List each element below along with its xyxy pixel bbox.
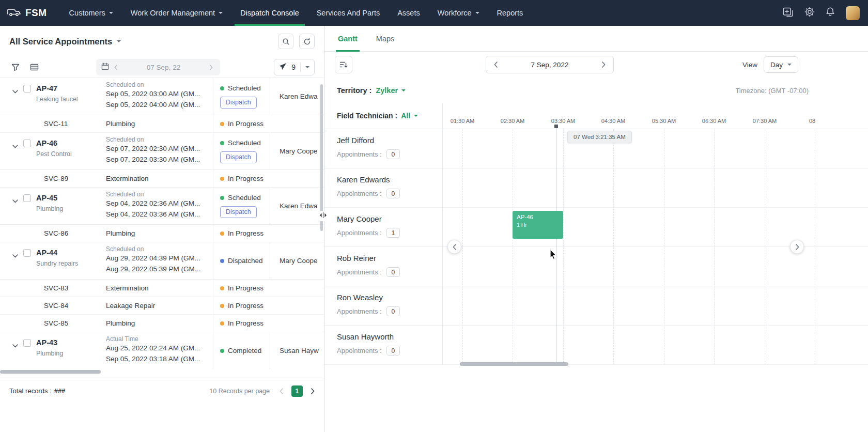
bulk-dispatch-control[interactable]: 9 <box>274 59 315 75</box>
page-prev-icon[interactable] <box>280 388 284 394</box>
status-dot <box>220 304 224 308</box>
gantt-date-label[interactable]: 7 Sep, 2022 <box>531 61 569 69</box>
row-checkbox[interactable] <box>23 140 31 147</box>
page-number[interactable]: 1 <box>291 385 303 397</box>
timezone-label: Timezone: (GMT -07:00) <box>735 87 809 95</box>
table-icon <box>30 63 39 71</box>
chevron-down-icon[interactable] <box>305 66 309 68</box>
status-label: In Progress <box>228 319 264 327</box>
list-view-title[interactable]: All Service Appointments <box>9 37 112 47</box>
nav-item-dispatch-console[interactable]: Dispatch Console <box>231 0 308 26</box>
status-dot <box>220 141 224 145</box>
chevron-down-icon <box>787 64 792 66</box>
collapse-chevron-icon[interactable] <box>12 341 18 369</box>
appointment-id[interactable]: AP-43 <box>36 338 63 347</box>
service-name: Extermination <box>106 280 213 297</box>
technician-column-divider <box>442 103 443 365</box>
brand-name: FSM <box>25 7 47 19</box>
chevron-right-icon[interactable] <box>207 65 215 70</box>
technician-filter: Field Technician : All <box>337 112 418 120</box>
sort-icon <box>339 61 348 68</box>
panel-resize-handle[interactable] <box>318 211 328 221</box>
filter-button[interactable] <box>9 61 22 73</box>
technician-rows: Jeff Difford Appointments :0 Karen Edwar… <box>324 129 868 365</box>
collapse-chevron-icon[interactable] <box>12 86 18 115</box>
row-checkbox[interactable] <box>23 249 31 257</box>
row-checkbox[interactable] <box>23 339 31 347</box>
gear-icon[interactable] <box>804 7 815 19</box>
main-nav: Customers Work Order Management Dispatch… <box>60 0 532 26</box>
scroll-right-button[interactable] <box>790 240 804 254</box>
status-label: Scheduled <box>228 139 261 147</box>
user-avatar[interactable] <box>846 6 860 20</box>
collapse-chevron-icon[interactable] <box>12 196 18 224</box>
service-name: Plumbing <box>106 225 213 242</box>
time-label: Scheduled on <box>106 191 213 198</box>
appointment-row: AP-44 Sundry repairs Scheduled on Aug 29… <box>0 242 324 280</box>
dispatch-button[interactable]: Dispatch <box>220 97 257 109</box>
dispatch-button[interactable]: Dispatch <box>220 151 257 163</box>
appointment-id[interactable]: AP-47 <box>36 84 78 92</box>
dispatch-button[interactable]: Dispatch <box>220 206 257 218</box>
nav-item-workforce[interactable]: Workforce <box>429 0 488 26</box>
list-date-label: 07 Sep, 22 <box>123 64 204 71</box>
gantt-chart: Field Technician : All 01:30 AM 02:30 AM… <box>324 103 868 432</box>
app-logo: FSM <box>0 0 60 26</box>
appointment-id[interactable]: AP-44 <box>36 249 78 257</box>
row-checkbox[interactable] <box>23 85 31 92</box>
status-label: In Progress <box>228 302 264 310</box>
chevron-down-icon[interactable] <box>117 40 121 42</box>
appointment-id[interactable]: AP-46 <box>36 139 72 147</box>
gantt-event[interactable]: AP-46 1 Hr <box>513 211 563 239</box>
bell-icon[interactable] <box>826 7 835 19</box>
refresh-button[interactable] <box>299 34 315 49</box>
dispatch-gantt-panel: Gantt Maps 7 Sep, 2022 View <box>324 26 868 432</box>
page-next-icon[interactable] <box>311 388 315 394</box>
end-time: Sep 04, 2022 03:36 AM (GM... <box>106 209 213 220</box>
time-label: Scheduled on <box>106 136 213 143</box>
tab-maps[interactable]: Maps <box>376 26 394 51</box>
technician-name: Mary Coope <box>270 242 324 279</box>
row-checkbox[interactable] <box>23 194 31 202</box>
view-label: View <box>742 61 757 69</box>
current-time-marker <box>554 125 558 128</box>
collapse-chevron-icon[interactable] <box>12 251 18 279</box>
start-time: Sep 05, 2022 03:00 AM (GM... <box>106 89 213 100</box>
appointment-id[interactable]: AP-45 <box>36 194 63 202</box>
view-mode-dropdown[interactable]: Day <box>764 56 798 73</box>
gantt-horizontal-scrollbar[interactable] <box>460 362 568 366</box>
nav-item-reports[interactable]: Reports <box>488 0 532 26</box>
sort-button[interactable] <box>335 56 352 73</box>
status-label: In Progress <box>228 175 264 182</box>
view-tabs: Gantt Maps <box>324 26 868 52</box>
territory-dropdown[interactable]: Zylker <box>376 86 398 95</box>
list-layout-button[interactable] <box>28 61 40 73</box>
tab-gantt[interactable]: Gantt <box>338 26 358 51</box>
status-label: Completed <box>228 347 261 354</box>
scroll-left-button[interactable] <box>447 240 461 254</box>
technician-row: Ron Weasley Appointments :0 <box>324 286 868 326</box>
chevron-left-icon[interactable] <box>493 60 499 69</box>
nav-item-work-order-management[interactable]: Work Order Management <box>122 0 231 26</box>
status-label: Scheduled <box>228 194 261 202</box>
chevron-down-icon[interactable] <box>414 115 418 117</box>
technician-filter-dropdown[interactable]: All <box>401 112 410 120</box>
list-footer: Total records : ### 10 Records per page … <box>0 380 324 402</box>
chevron-right-icon[interactable] <box>600 60 607 69</box>
search-button[interactable] <box>278 34 293 49</box>
nav-item-services-and-parts[interactable]: Services And Parts <box>308 0 389 26</box>
nav-item-customers[interactable]: Customers <box>60 0 122 26</box>
chevron-right-icon <box>795 244 799 250</box>
nav-item-assets[interactable]: Assets <box>389 0 429 26</box>
horizontal-scrollbar[interactable] <box>0 370 101 374</box>
end-time: Sep 05, 2022 04:00 AM (GM... <box>106 100 213 111</box>
chevron-left-icon[interactable] <box>112 65 120 70</box>
list-date-picker[interactable]: 07 Sep, 22 <box>96 59 220 75</box>
status-dot <box>220 177 224 181</box>
chevron-down-icon[interactable] <box>401 89 406 91</box>
navbar-actions <box>783 0 868 26</box>
total-records-value: ### <box>54 387 66 395</box>
collapse-chevron-icon[interactable] <box>12 141 18 169</box>
new-window-icon[interactable] <box>783 7 794 19</box>
vertical-scrollbar[interactable] <box>320 84 323 231</box>
